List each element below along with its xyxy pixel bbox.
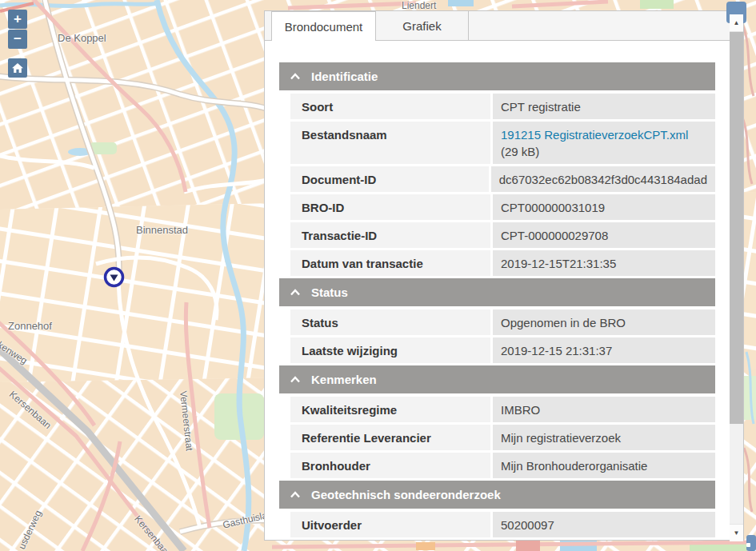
row-label: Bronhouder [290,453,490,478]
table-row: Transactie-ID CPT-000000029708 [290,222,715,248]
row-value: CPT registratie [493,94,715,119]
zoom-out-button[interactable]: − [8,30,27,49]
chevron-up-icon [290,288,301,297]
row-label: Kwaliteitsregime [290,397,490,422]
file-size-text: (29 kB) [501,145,539,158]
file-download-link[interactable]: 191215 RegistratieverzoekCPT.xml [501,128,688,142]
application-window: De KoppelLiendertBinnenstadZonnehofkenwe… [0,0,756,551]
table-row: BRO-ID CPT000000031019 [290,194,715,220]
row-label: Laatste wijziging [290,337,490,363]
table-row: Uitvoerder 50200097 [290,512,715,537]
row-value: 2019-12-15T21:31:35 [493,250,715,276]
section-header[interactable]: Kenmerken [279,365,715,393]
tab-brondocument[interactable]: Brondocument [271,11,376,41]
row-label: Bestandsnaam [290,122,490,164]
section: Identificatie Soort CPT registratie Best… [279,62,715,276]
row-label: Status [290,309,490,335]
home-button[interactable] [8,58,27,78]
section-header[interactable]: Status [279,278,715,306]
chevron-up-icon [290,375,301,384]
row-value: CPT000000031019 [493,194,715,220]
row-label: Transactie-ID [290,222,490,248]
section-rows: Status Opgenomen in de BRO Laatste wijzi… [290,309,715,363]
section-header[interactable]: Geotechnisch sondeeronderzoek [279,481,715,509]
row-label: Datum van transactie [290,250,490,276]
tab-grafiek[interactable]: Grafiek [376,11,469,41]
tab-bar: Brondocument Grafiek [265,11,743,41]
section-rows: Uitvoerder 50200097 [290,512,715,537]
panel-scrollbar[interactable]: ▲ ▼ [730,14,743,541]
row-value: CPT-000000029708 [493,222,715,248]
row-label: Uitvoerder [290,512,490,537]
row-value: IMBRO [493,397,715,422]
section-title: Geotechnisch sondeeronderzoek [311,488,501,501]
section: Status Status Opgenomen in de BRO Laatst… [279,278,715,363]
row-value: 50200097 [493,512,715,537]
table-row: Bestandsnaam 191215 RegistratieverzoekCP… [290,122,715,164]
zoom-in-button[interactable]: + [8,10,27,29]
section-title: Kenmerken [311,373,377,386]
chevron-up-icon [290,490,301,499]
table-row: Status Opgenomen in de BRO [290,309,715,335]
row-value: dc67032ec62b08342f3d0c443184adad [491,166,715,192]
section-rows: Soort CPT registratie Bestandsnaam 19121… [290,94,715,276]
table-row: Datum van transactie 2019-12-15T21:31:35 [290,250,715,276]
section-header[interactable]: Identificatie [279,62,715,90]
row-value: Mijn Bronhouderorganisatie [493,453,715,478]
section: Kenmerken Kwaliteitsregime IMBRO Referen… [279,365,715,478]
table-row: Bronhouder Mijn Bronhouderorganisatie [290,453,715,478]
home-icon [11,62,24,74]
map-marker[interactable] [103,266,125,288]
table-row: Soort CPT registratie [290,94,715,119]
row-value: 191215 RegistratieverzoekCPT.xml (29 kB) [493,122,715,164]
row-value: Mijn registratieverzoek [493,425,715,450]
map-control-fragment-dot [746,543,750,547]
row-label: Document-ID [290,166,489,192]
scroll-down-button[interactable]: ▼ [730,524,743,541]
table-row: Referentie Leverancier Mijn registratiev… [290,425,715,450]
row-label: Soort [290,94,490,119]
section: Geotechnisch sondeeronderzoek Uitvoerder… [279,481,715,537]
section-title: Identificatie [311,70,378,83]
row-value: Opgenomen in de BRO [493,309,715,335]
scrollbar-thumb[interactable] [730,32,743,424]
section-title: Status [311,285,348,299]
detail-panel: Brondocument Grafiek Identificatie Soort… [264,10,744,541]
row-label: Referentie Leverancier [290,425,490,450]
section-rows: Kwaliteitsregime IMBRO Referentie Levera… [290,397,715,478]
table-row: Kwaliteitsregime IMBRO [290,397,715,422]
chevron-up-icon [290,72,301,81]
table-row: Document-ID dc67032ec62b08342f3d0c443184… [290,166,715,192]
panel-content: Identificatie Soort CPT registratie Best… [265,41,730,540]
table-row: Laatste wijziging 2019-12-15 21:31:37 [290,337,715,363]
row-value: 2019-12-15 21:31:37 [493,337,715,363]
row-label: BRO-ID [290,194,490,220]
scroll-up-button[interactable]: ▲ [730,14,743,32]
